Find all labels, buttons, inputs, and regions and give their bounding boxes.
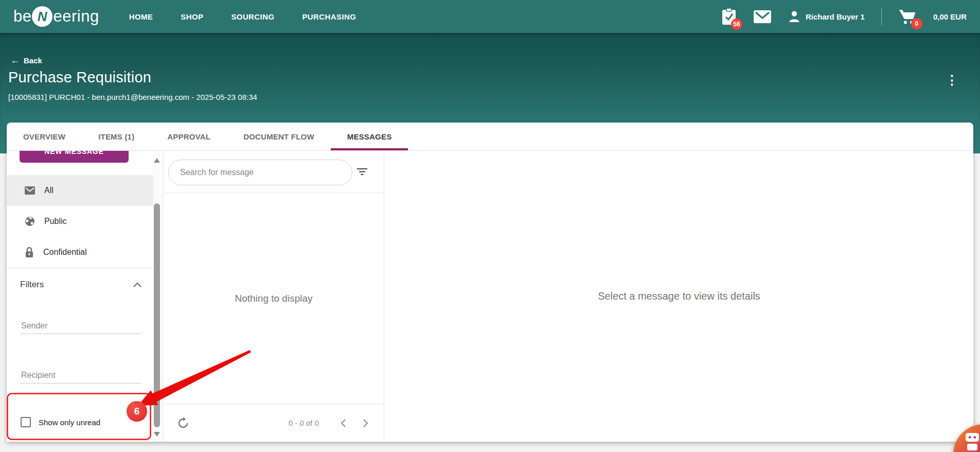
message-list-empty-text: Nothing to display	[164, 193, 384, 404]
navbar-divider	[881, 8, 882, 25]
lock-icon	[25, 247, 34, 258]
filters-title: Filters	[20, 280, 44, 290]
logo-text-post: eering	[53, 7, 99, 26]
approvals-button[interactable]: 56	[721, 8, 737, 25]
folder-confidential-label: Confidential	[43, 248, 87, 257]
previous-page-button[interactable]	[341, 419, 346, 428]
user-name: Richard Buyer 1	[806, 12, 865, 21]
nav-item-home[interactable]: HOME	[129, 12, 153, 21]
sender-input[interactable]	[20, 318, 141, 334]
folder-public[interactable]: Public	[7, 206, 153, 237]
folder-all-label: All	[44, 186, 54, 195]
messages-sidebar: NEW MESSAGE All Public	[7, 151, 163, 442]
message-search-row	[164, 151, 384, 193]
folder-public-label: Public	[44, 217, 67, 226]
logo-text-pre: be	[13, 7, 31, 26]
show-only-unread-label: Show only unread	[39, 418, 100, 427]
navbar-right-group: 56 Richard Buyer 1 0 0,00 EUR	[721, 8, 980, 25]
message-detail-panel: Select a message to view its details	[385, 151, 973, 442]
robot-icon	[964, 433, 980, 451]
page-subtitle: [10005831] PURCH01 - ben.purch1@beneerin…	[8, 93, 257, 101]
sidebar-scrollbar[interactable]	[153, 151, 161, 442]
user-menu[interactable]: Richard Buyer 1	[788, 10, 865, 23]
top-navbar: beNeering HOME SHOP SOURCING PURCHASING …	[0, 0, 980, 33]
requisition-card: OVERVIEW ITEMS (1) APPROVAL DOCUMENT FLO…	[7, 123, 973, 442]
page-title: Purchase Requisition	[8, 69, 151, 86]
pagination-bar: 0 - 0 of 0	[164, 404, 384, 442]
envelope-icon	[25, 186, 35, 195]
chevron-up-icon	[133, 283, 141, 287]
tab-overview[interactable]: OVERVIEW	[7, 123, 82, 150]
filter-icon[interactable]	[357, 168, 368, 178]
message-search-input[interactable]	[180, 168, 341, 177]
globe-icon	[25, 216, 35, 227]
message-search-box	[168, 160, 352, 185]
messages-tab-content: NEW MESSAGE All Public	[7, 151, 973, 442]
pagination-controls	[341, 419, 368, 428]
cart-total: 0,00 EUR	[933, 12, 967, 21]
show-only-unread-row[interactable]: Show only unread	[21, 417, 100, 427]
recipient-input[interactable]	[20, 368, 141, 384]
pagination-range-text: 0 - 0 of 0	[289, 419, 319, 427]
back-arrow-icon: ←	[10, 56, 20, 65]
next-page-button[interactable]	[363, 419, 368, 428]
beneering-logo[interactable]: beNeering	[13, 6, 99, 27]
approvals-count-badge: 56	[731, 19, 742, 30]
refresh-icon	[177, 417, 189, 429]
annotation-step-badge: 6	[127, 401, 147, 422]
message-list-panel: Nothing to display 0 - 0 of 0	[164, 151, 384, 442]
folder-confidential[interactable]: Confidential	[7, 237, 153, 268]
kebab-menu-icon[interactable]: ⋮	[946, 73, 958, 86]
mail-icon	[753, 10, 772, 24]
scrollbar-thumb[interactable]	[154, 203, 160, 427]
scroll-down-arrow-icon[interactable]	[154, 432, 160, 437]
messages-button[interactable]	[753, 10, 772, 24]
cart-count-badge: 0	[911, 18, 922, 29]
tab-document-flow[interactable]: DOCUMENT FLOW	[227, 123, 331, 150]
nav-item-sourcing[interactable]: SOURCING	[231, 12, 274, 21]
nav-item-purchasing[interactable]: PURCHASING	[302, 12, 356, 21]
cart-button[interactable]: 0	[898, 9, 917, 25]
tab-items[interactable]: ITEMS (1)	[82, 123, 151, 150]
new-message-button[interactable]: NEW MESSAGE	[20, 151, 129, 163]
logo-n-icon: N	[32, 6, 52, 27]
tab-messages[interactable]: MESSAGES	[331, 123, 408, 150]
sidebar-divider	[7, 268, 153, 268]
folder-all[interactable]: All	[7, 175, 153, 206]
main-navigation: HOME SHOP SOURCING PURCHASING	[129, 12, 357, 21]
show-only-unread-checkbox[interactable]	[21, 417, 31, 427]
tab-approval[interactable]: APPROVAL	[151, 123, 227, 150]
filters-header[interactable]: Filters	[20, 280, 141, 290]
chevron-right-icon	[363, 419, 368, 428]
refresh-button[interactable]	[177, 417, 189, 429]
nav-item-shop[interactable]: SHOP	[181, 12, 203, 21]
scroll-up-arrow-icon[interactable]	[154, 158, 160, 163]
back-button[interactable]: ← Back	[10, 56, 42, 65]
back-label: Back	[24, 56, 42, 65]
detail-empty-text: Select a message to view its details	[598, 290, 760, 302]
person-icon	[788, 10, 800, 23]
tab-bar: OVERVIEW ITEMS (1) APPROVAL DOCUMENT FLO…	[7, 123, 973, 151]
recipient-field	[20, 368, 141, 384]
chevron-left-icon	[341, 419, 346, 428]
sender-field	[20, 318, 141, 334]
